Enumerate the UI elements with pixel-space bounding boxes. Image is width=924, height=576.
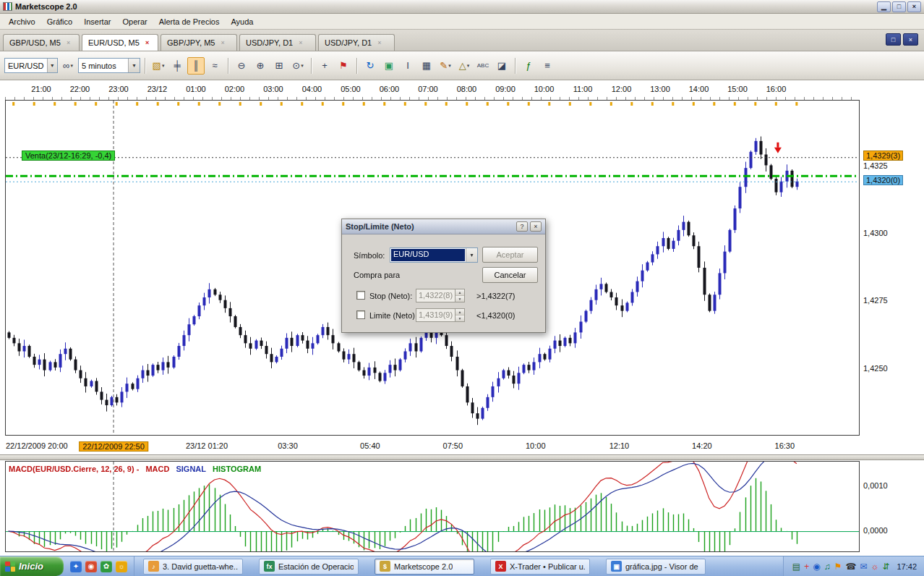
menu-item-alerta-de-precios[interactable]: Alerta de Precios: [153, 15, 226, 28]
system-tray: ▤+◉♫⚑☎✉☼⇵ 17:42: [783, 556, 924, 576]
objects-list-icon: ≡: [544, 61, 550, 70]
tab-usd-jpy-d1[interactable]: USD/JPY, D1×: [318, 34, 395, 51]
menu-item-insertar[interactable]: Insertar: [78, 15, 116, 28]
close-button[interactable]: ×: [907, 1, 921, 12]
tray-icon-2[interactable]: +: [804, 562, 809, 571]
symbol-combobox[interactable]: EUR/USD ▾: [390, 247, 478, 263]
macd-canvas[interactable]: [6, 462, 859, 551]
maximize-button[interactable]: □: [892, 1, 906, 12]
bottom-axis: 22/12/2009 20:0022/12/2009 22:5023/12 01…: [0, 441, 860, 454]
tray-icon-1[interactable]: ▤: [792, 562, 800, 571]
accept-button[interactable]: Aceptar: [482, 247, 538, 263]
tab-close-icon[interactable]: ×: [145, 40, 149, 46]
minimize-button[interactable]: ▁: [877, 1, 891, 12]
tab-gbp-jpy-m5[interactable]: GBP/JPY, M5×: [161, 34, 237, 51]
tray-icon-7[interactable]: ✉: [860, 562, 867, 571]
timeframe-combo[interactable]: 5 minutos▾: [78, 58, 140, 73]
venta-sell-label[interactable]: Venta(23/12-16:29, -0,4): [22, 151, 115, 161]
quick-launch-icon-3[interactable]: ✿: [100, 561, 112, 572]
objects-list-button[interactable]: ≡: [539, 57, 556, 75]
dialog-titlebar[interactable]: Stop/Limite (Neto) ? ×: [342, 219, 545, 234]
marketscope-2-0-icon: $: [380, 561, 390, 572]
tab-close-icon[interactable]: ×: [299, 40, 302, 46]
stop-price-spinner[interactable]: ▲▼: [455, 289, 464, 302]
task-button-estaci-n-de-operacio[interactable]: fxEstación de Operacio...: [259, 559, 359, 575]
limit-price-spinner[interactable]: ▲▼: [455, 309, 464, 321]
quick-launch-icon-2[interactable]: ◉: [85, 561, 97, 572]
limit-checkbox[interactable]: [356, 310, 365, 319]
time-label-06-00: 06:00: [380, 85, 400, 93]
spin-up-icon[interactable]: ▲: [455, 289, 464, 296]
stop-limit-dialog: Stop/Limite (Neto) ? × Símbolo: EUR/USD …: [341, 219, 546, 333]
tray-icon-8[interactable]: ☼: [870, 562, 878, 571]
tray-icon-4[interactable]: ♫: [824, 562, 831, 571]
link-rates-button[interactable]: ∞▾: [59, 57, 77, 75]
quick-launch-icon-1[interactable]: ✦: [70, 561, 82, 572]
zoom-box-button[interactable]: ⊞: [270, 57, 288, 75]
spin-down-icon[interactable]: ▼: [455, 315, 464, 321]
candlestick-button[interactable]: ║: [187, 57, 205, 75]
eraser-button[interactable]: ◪: [493, 57, 510, 75]
snapshot-button[interactable]: ▣: [380, 57, 398, 75]
draw-line-button[interactable]: ✎▾: [437, 57, 454, 75]
child-close-button[interactable]: ×: [903, 33, 918, 46]
tab-eur-usd-m5[interactable]: EUR/USD, M5×: [82, 34, 158, 51]
tab-gbp-usd-m5[interactable]: GBP/USD, M5×: [3, 34, 80, 51]
panel-splitter[interactable]: [0, 454, 924, 460]
tray-icon-9[interactable]: ⇵: [882, 562, 889, 571]
grid-button[interactable]: ▦: [418, 57, 435, 75]
stop-checkbox[interactable]: [356, 291, 365, 300]
dialog-help-button[interactable]: ?: [516, 221, 528, 232]
menu-item-operar[interactable]: Operar: [116, 15, 153, 28]
time-label-10-00: 10:00: [534, 85, 555, 93]
text-label-button[interactable]: ABC: [474, 57, 492, 75]
bar-chart-button[interactable]: ╪: [168, 57, 186, 75]
macd-plot[interactable]: [5, 461, 860, 552]
price-label-1-4300: 1,4300: [863, 229, 888, 237]
shapes-button[interactable]: △▾: [455, 57, 473, 75]
crosshair-button[interactable]: +: [316, 57, 333, 75]
child-restore-button[interactable]: □: [886, 33, 901, 46]
annotation-flag-button[interactable]: ⚑: [335, 57, 352, 75]
tab-close-icon[interactable]: ×: [377, 40, 381, 46]
dialog-close-button[interactable]: ×: [530, 221, 542, 232]
tab-usd-jpy-d1[interactable]: USD/JPY, D1×: [239, 34, 316, 51]
symbol-combo[interactable]: EUR/USD▾: [4, 58, 58, 73]
timeframe-combo-arrow-icon[interactable]: ▾: [128, 59, 140, 72]
cancel-button[interactable]: Cancelar: [482, 267, 538, 283]
symbol-combobox-arrow-icon[interactable]: ▾: [466, 248, 477, 262]
task-button-gr-fica-jpg-visor-de[interactable]: ▣gráfica.jpg - Visor de ...: [606, 559, 706, 575]
menu-item-ayuda[interactable]: Ayuda: [225, 15, 259, 28]
limit-price-value: 1,4319(9): [416, 309, 455, 321]
menu-item-archivo[interactable]: Archivo: [3, 15, 41, 28]
tray-icon-5[interactable]: ⚑: [834, 562, 842, 571]
text-cursor-button[interactable]: I: [399, 57, 416, 75]
estaci-n-de-operacio-icon: fx: [264, 561, 275, 572]
stop-price-field[interactable]: 1,4322(8) ▲▼: [416, 289, 465, 302]
menu-item-gr-fico[interactable]: Gráfico: [41, 15, 78, 28]
line-chart-button[interactable]: ≈: [206, 57, 223, 75]
tray-icon-6[interactable]: ☎: [845, 562, 856, 571]
refresh-button[interactable]: ↻: [362, 57, 379, 75]
task-button-x-trader-publicar-u[interactable]: XX-Trader • Publicar u...: [490, 559, 590, 575]
start-button[interactable]: Inicio: [0, 556, 64, 576]
quick-launch-icon-4[interactable]: ☼: [116, 561, 127, 572]
tab-close-icon[interactable]: ×: [221, 40, 224, 46]
dropdown-caret-icon: ▾: [301, 63, 304, 69]
spin-down-icon[interactable]: ▼: [455, 296, 464, 302]
macd-label-macd: MACD: [145, 465, 169, 473]
chart-templates-button[interactable]: ▧▾: [150, 57, 167, 75]
task-button-marketscope-2-0[interactable]: $Marketscope 2.0: [375, 559, 474, 575]
task-button-3-david-guetta-whe[interactable]: ♪3. David guetta-whe...: [143, 559, 243, 575]
tab-close-icon[interactable]: ×: [67, 40, 70, 46]
zoom-out-button[interactable]: ⊖: [233, 57, 250, 75]
symbol-combo-arrow-icon[interactable]: ▾: [47, 59, 57, 72]
toolbar-separator: [145, 58, 145, 74]
time-label-02-00: 02:00: [225, 85, 245, 93]
zoom-in-button[interactable]: ⊕: [252, 57, 269, 75]
indicators-button[interactable]: ƒ: [520, 57, 537, 75]
zoom-mode-button[interactable]: ⊙▾: [289, 57, 307, 75]
limit-price-field[interactable]: 1,4319(9) ▲▼: [416, 308, 465, 322]
tray-icon-3[interactable]: ◉: [813, 562, 820, 571]
spin-up-icon[interactable]: ▲: [455, 309, 464, 315]
